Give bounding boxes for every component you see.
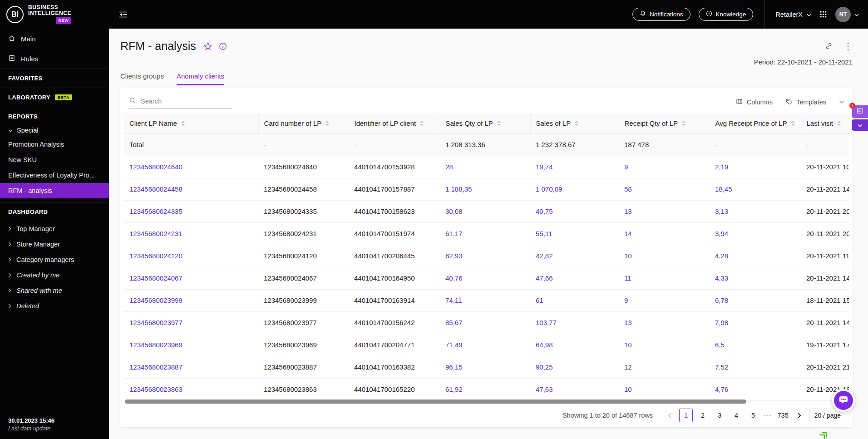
table-cell-link[interactable]: 4,33 — [710, 267, 801, 289]
table-cell-link[interactable]: 1 070,09 — [530, 178, 619, 200]
table-cell-link[interactable]: 4,76 — [710, 378, 801, 400]
table-cell-link[interactable]: 12345680024335 — [124, 200, 258, 222]
table-cell-link[interactable]: 18,45 — [710, 178, 801, 200]
sidebar-item-deleted[interactable]: Deleted — [0, 298, 109, 314]
favorite-star-icon[interactable] — [203, 42, 212, 51]
table-cell-link[interactable]: 71,49 — [440, 334, 530, 356]
knowledge-button[interactable]: ? Knowledge — [699, 8, 754, 21]
table-cell-link[interactable]: 40,75 — [530, 200, 619, 222]
table-cell-link[interactable]: 47,63 — [530, 378, 619, 400]
pagination-ellipsis[interactable]: ••• — [763, 413, 773, 418]
side-panel-collapse[interactable] — [852, 119, 868, 131]
table-cell-link[interactable]: 6,5 — [710, 334, 801, 356]
table-cell-link[interactable]: 11 — [619, 267, 710, 289]
user-menu[interactable]: NT — [835, 7, 859, 22]
column-header-card-number[interactable]: Card number of LP — [258, 113, 349, 133]
sidebar-item-new-sku[interactable]: New SKU — [0, 152, 109, 168]
chat-widget-button[interactable] — [832, 389, 855, 412]
column-header-avg-receipt-price[interactable]: Avg Receipt Price of LP — [710, 113, 801, 133]
table-cell-link[interactable]: 74,11 — [440, 289, 530, 311]
expand-arrows-icon[interactable] — [817, 429, 831, 439]
table-cell-link[interactable]: 96,15 — [440, 356, 530, 378]
column-header-identifier[interactable]: Identifier of LP client — [349, 113, 440, 133]
sidebar-section-favorites[interactable]: FAVORITES — [0, 69, 109, 88]
pagination-page-last[interactable]: 735 — [776, 409, 790, 422]
table-cell-link[interactable]: 19,74 — [530, 156, 619, 178]
table-cell-link[interactable]: 7,52 — [710, 356, 801, 378]
tab-anomaly-clients[interactable]: Anomaly clients — [177, 72, 224, 85]
side-panel-toggle[interactable]: 1 — [852, 105, 868, 118]
org-switcher[interactable]: RetailerX — [775, 11, 811, 18]
table-cell-link[interactable]: 61,17 — [440, 222, 530, 245]
table-cell-link[interactable]: 55,11 — [530, 222, 619, 245]
sort-icon[interactable] — [497, 121, 501, 126]
table-cell-link[interactable]: 12345680024640 — [124, 156, 258, 178]
table-cell-link[interactable]: 12 — [619, 356, 710, 378]
sort-icon[interactable] — [682, 121, 686, 126]
table-cell-link[interactable]: 3,94 — [710, 222, 801, 245]
reports-group-special[interactable]: Special — [0, 126, 109, 137]
table-cell-link[interactable]: 9 — [619, 156, 710, 178]
tab-clients-groups[interactable]: Clients groups — [120, 72, 164, 85]
sidebar-item-main[interactable]: Main — [0, 29, 109, 49]
sort-icon[interactable] — [326, 121, 329, 126]
sidebar-item-category-managers[interactable]: Category managers — [0, 252, 109, 267]
sort-icon[interactable] — [837, 121, 841, 126]
table-cell-link[interactable]: 10 — [619, 245, 710, 267]
search-box[interactable] — [128, 95, 232, 109]
table-cell-link[interactable]: 4,28 — [710, 245, 801, 267]
table-cell-link[interactable]: 61 — [530, 289, 619, 311]
table-cell-link[interactable]: 30,08 — [440, 200, 530, 222]
info-icon[interactable] — [219, 42, 227, 50]
app-logo[interactable]: BI BUSINESS INTELLIGENCE NEW — [0, 0, 109, 29]
table-cell-link[interactable]: 103,77 — [530, 311, 619, 334]
table-cell-link[interactable]: 47,66 — [530, 267, 619, 289]
table-cell-link[interactable]: 64,98 — [530, 334, 619, 356]
column-header-sales[interactable]: Sales of LP — [530, 113, 619, 133]
sort-icon[interactable] — [575, 121, 578, 126]
table-cell-link[interactable]: 61,92 — [440, 378, 530, 400]
pagination-page-4[interactable]: 4 — [730, 409, 743, 422]
sidebar-item-rules[interactable]: Rules — [0, 49, 109, 69]
sort-icon[interactable] — [791, 121, 795, 126]
search-input[interactable] — [140, 97, 231, 105]
more-options-icon[interactable] — [843, 42, 853, 51]
sidebar-item-promotion-analysis[interactable]: Promotion Analysis — [0, 137, 109, 152]
column-header-receipt-qty[interactable]: Receipt Qty of LP — [619, 113, 710, 133]
table-cell-link[interactable]: 12345680023863 — [124, 378, 258, 400]
table-cell-link[interactable]: 10 — [619, 334, 710, 356]
pagination-next-button[interactable] — [793, 409, 806, 422]
sidebar-item-top-manager[interactable]: Top Manager — [0, 221, 109, 237]
table-cell-link[interactable]: 62,93 — [440, 245, 530, 267]
sort-icon[interactable] — [181, 121, 185, 126]
sidebar-item-store-manager[interactable]: Store Manager — [0, 237, 109, 252]
copy-link-icon[interactable] — [825, 42, 833, 50]
pagination-page-1[interactable]: 1 — [679, 409, 693, 422]
sidebar-item-rfm-analysis[interactable]: RFM - analysis — [0, 183, 109, 198]
sidebar-section-dashboard[interactable]: DASHBOARD — [0, 202, 109, 221]
pagination-page-2[interactable]: 2 — [696, 409, 710, 422]
collapse-toolbar-icon[interactable] — [839, 100, 844, 104]
templates-button[interactable]: Templates — [785, 98, 826, 106]
pagination-page-5[interactable]: 5 — [746, 409, 760, 422]
table-cell-link[interactable]: 7,98 — [710, 311, 801, 334]
table-cell-link[interactable]: 40,76 — [440, 267, 530, 289]
sidebar-section-reports[interactable]: REPORTS — [0, 107, 109, 126]
table-cell-link[interactable]: 12345680024120 — [124, 245, 258, 267]
columns-button[interactable]: Columns — [736, 98, 773, 106]
column-header-last-visit[interactable]: Last visit — [801, 113, 849, 133]
table-cell-link[interactable]: 58 — [619, 178, 710, 200]
table-cell-link[interactable]: 12345680023969 — [124, 334, 258, 356]
sort-icon[interactable] — [420, 121, 424, 126]
table-cell-link[interactable]: 90,25 — [530, 356, 619, 378]
pagination-page-3[interactable]: 3 — [713, 409, 726, 422]
sidebar-collapse-icon[interactable] — [119, 11, 128, 18]
table-cell-link[interactable]: 13 — [619, 311, 710, 334]
table-cell-link[interactable]: 3,13 — [710, 200, 801, 222]
sidebar-item-shared-with-me[interactable]: Shared with me — [0, 283, 109, 298]
table-cell-link[interactable]: 12345680023887 — [124, 356, 258, 378]
table-cell-link[interactable]: 12345680023999 — [124, 289, 258, 311]
table-cell-link[interactable]: 12345680024231 — [124, 222, 258, 245]
table-cell-link[interactable]: 6,78 — [710, 289, 801, 311]
table-cell-link[interactable]: 10 — [619, 378, 710, 400]
